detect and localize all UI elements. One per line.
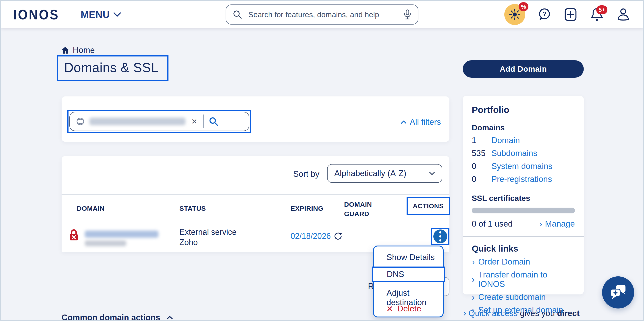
ssl-section-title: SSL certificates	[472, 194, 575, 203]
notification-badge: 5+	[596, 5, 608, 14]
domains-section-title: Domains	[472, 123, 575, 132]
redacted-domain-name[interactable]	[85, 230, 158, 238]
menu-item-dns-highlight: DNS	[372, 266, 445, 282]
status-line1: External service	[180, 227, 236, 237]
menu-item-delete-label: Delete	[398, 304, 421, 314]
promo-badge: %	[518, 2, 528, 11]
ssl-usage-text: 0 of 1 used	[472, 219, 512, 228]
search-icon	[232, 10, 242, 20]
sort-select[interactable]: Alphabetically (A-Z)	[327, 164, 442, 183]
portfolio-divider	[463, 236, 584, 236]
domain-search-highlight: ✕	[68, 110, 251, 133]
auto-renew-icon[interactable]	[334, 232, 342, 240]
system-domain-count: 0	[472, 162, 491, 171]
domain-table-card: Sort by Alphabetically (A-Z) DOMAIN STAT…	[62, 156, 450, 252]
redacted-domain-subtext	[85, 240, 126, 246]
subdomains-link[interactable]: Subdomains	[491, 149, 537, 158]
sort-select-value: Alphabetically (A-Z)	[334, 169, 429, 178]
chevron-down-icon	[429, 172, 435, 176]
portfolio-title: Portfolio	[472, 105, 575, 115]
ssl-manage-label: Manage	[545, 219, 575, 228]
submit-search-icon[interactable]	[208, 116, 219, 127]
ssl-usage-bar	[472, 208, 575, 214]
chevron-right-icon: ›	[472, 294, 475, 300]
quick-link-label: Order Domain	[478, 257, 530, 266]
row-actions-menu: Show Details DNS Adjust destination ✕ De…	[373, 246, 444, 318]
topbar: IONOS MENU	[1, 1, 643, 28]
domain-search-field[interactable]: ✕	[70, 112, 249, 131]
quick-access-mid: gives you	[518, 309, 557, 318]
menu-label: MENU	[80, 9, 110, 20]
system-domains-link[interactable]: System domains	[491, 162, 552, 171]
common-domain-actions-label: Common domain actions	[62, 313, 160, 321]
menu-item-show-details[interactable]: Show Details	[374, 253, 443, 262]
menu-divider	[376, 285, 440, 285]
portfolio-row-pre-registrations: 0 Pre-registrations	[472, 174, 575, 184]
clear-search-icon[interactable]: ✕	[190, 117, 199, 126]
quick-access-note: › Quick access gives you direct access t…	[463, 307, 597, 321]
ionos-domains-ssl-page: IONOS MENU	[0, 0, 644, 321]
redacted-search-text	[90, 118, 186, 125]
add-button[interactable]	[563, 7, 578, 22]
menu-item-dns[interactable]: DNS	[373, 270, 404, 279]
quick-access-link[interactable]: Quick access	[468, 309, 518, 318]
col-header-domain-guard[interactable]: DOMAIN GUARD	[344, 200, 382, 218]
menu-button[interactable]: MENU	[80, 9, 121, 20]
account-button[interactable]	[616, 7, 630, 22]
col-header-actions[interactable]: ACTIONS	[413, 202, 444, 210]
domain-link[interactable]: Domain	[491, 136, 520, 145]
portfolio-row-system-domains: 0 System domains	[472, 162, 575, 171]
add-domain-button[interactable]: Add Domain	[463, 60, 584, 78]
quick-link-create-subdomain[interactable]: › Create subdomain	[472, 292, 575, 302]
all-filters-label: All filters	[410, 118, 441, 127]
portfolio-row-domain: 1 Domain	[472, 136, 575, 145]
col-header-expiring[interactable]: EXPIRING	[290, 205, 323, 212]
ssl-missing-lock-icon	[69, 228, 79, 241]
breadcrumb[interactable]: Home	[61, 46, 95, 55]
notifications-button[interactable]: 5+	[590, 7, 604, 22]
row-actions-highlight	[431, 228, 450, 245]
ssl-manage-link[interactable]: › Manage	[539, 219, 575, 228]
col-header-status[interactable]: STATUS	[180, 205, 206, 212]
breadcrumb-home[interactable]: Home	[73, 46, 95, 55]
row-actions-kebab-button[interactable]	[433, 230, 447, 243]
col-header-domain[interactable]: DOMAIN	[77, 205, 105, 212]
subdomain-count: 535	[472, 149, 491, 158]
chevron-down-icon	[113, 12, 121, 17]
portfolio-card: Portfolio Domains 1 Domain 535 Subdomain…	[463, 96, 584, 294]
status-cell: External service Zoho	[180, 227, 236, 248]
chevron-right-icon: ›	[539, 220, 542, 227]
global-search-input[interactable]	[248, 10, 398, 19]
sun-icon	[509, 9, 520, 20]
expiring-date-link[interactable]: 02/18/2026	[290, 232, 331, 241]
microphone-icon[interactable]	[403, 9, 412, 20]
chat-sparkle-icon	[609, 284, 627, 301]
actions-header-highlight: ACTIONS	[406, 197, 450, 215]
topbar-icons: % ? 5+	[504, 4, 630, 25]
status-line2: Zoho	[180, 237, 236, 248]
help-button[interactable]: ?	[537, 7, 552, 22]
chat-assistant-button[interactable]	[602, 276, 634, 308]
common-domain-actions-toggle[interactable]: Common domain actions	[62, 313, 173, 321]
sort-by-label: Sort by	[293, 170, 319, 179]
pre-registration-count: 0	[472, 174, 491, 184]
all-filters-toggle[interactable]: All filters	[401, 118, 441, 127]
offers-button[interactable]: %	[504, 4, 525, 25]
quick-link-order-domain[interactable]: › Order Domain	[472, 257, 575, 266]
ionos-logo[interactable]: IONOS	[14, 6, 59, 23]
help-chat-icon: ?	[537, 8, 551, 22]
quick-link-transfer-domain[interactable]: › Transfer domain to IONOS	[472, 270, 575, 289]
page-title: Domains & SSL	[64, 60, 158, 75]
page-title-highlight: Domains & SSL	[57, 55, 168, 81]
quick-links-title: Quick links	[472, 244, 575, 254]
global-search[interactable]	[226, 4, 418, 24]
portfolio-row-subdomains: 535 Subdomains	[472, 149, 575, 158]
quick-link-label: Create subdomain	[478, 292, 546, 302]
pre-registrations-link[interactable]: Pre-registrations	[491, 174, 552, 184]
globe-icon	[76, 117, 85, 126]
domain-count: 1	[472, 136, 491, 145]
table-top-divider	[62, 194, 450, 195]
chevron-right-icon: ›	[472, 276, 475, 283]
menu-item-delete[interactable]: ✕ Delete	[374, 304, 443, 314]
expiring-cell: 02/18/2026	[290, 232, 342, 241]
